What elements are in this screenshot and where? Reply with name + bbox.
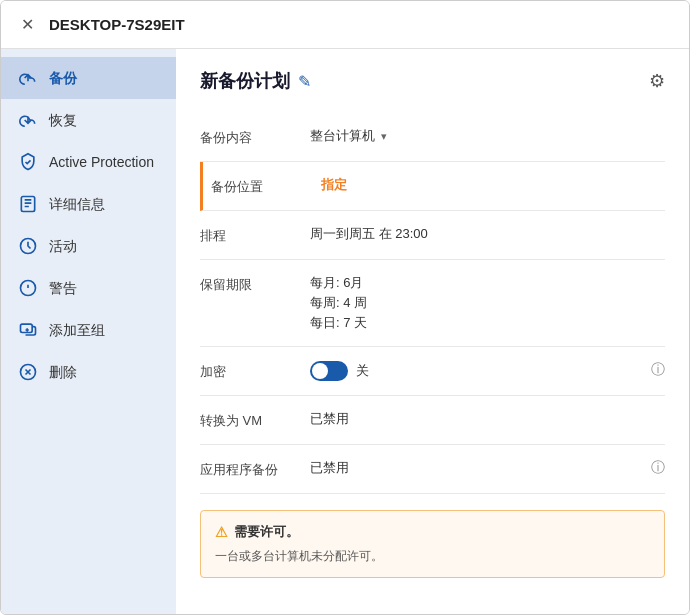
plan-title-group: 新备份计划 ✎: [200, 69, 311, 93]
sidebar-item-restore-label: 恢复: [49, 111, 77, 129]
sidebar-item-activity-label: 活动: [49, 237, 77, 255]
window-title: DESKTOP-7S29EIT: [49, 16, 185, 33]
sidebar-item-activity[interactable]: 活动: [1, 225, 176, 267]
main-layout: 备份 恢复 Active Protection: [1, 49, 689, 614]
sidebar-item-backup-label: 备份: [49, 69, 77, 87]
plan-title: 新备份计划: [200, 69, 290, 93]
app-backup-actions: ⓘ: [651, 459, 665, 477]
label-schedule: 排程: [200, 225, 310, 245]
row-app-backup: 应用程序备份 已禁用 ⓘ: [200, 445, 665, 494]
convert-vm-text: 已禁用: [310, 410, 349, 428]
activity-icon: [17, 235, 39, 257]
backup-location-text: 指定: [321, 176, 347, 194]
sidebar-item-add-to-group[interactable]: 添加至组: [1, 309, 176, 351]
restore-icon: [17, 109, 39, 131]
row-retention: 保留期限 每月: 6月 每周: 4 周 每日: 7 天: [200, 260, 665, 347]
label-backup-location: 备份位置: [211, 176, 321, 196]
value-convert-vm[interactable]: 已禁用: [310, 410, 665, 428]
delete-icon: [17, 361, 39, 383]
sidebar-item-details-label: 详细信息: [49, 195, 105, 213]
toggle-container: 关: [310, 361, 369, 381]
schedule-text: 周一到周五 在 23:00: [310, 225, 428, 243]
warning-icon: ⚠: [215, 524, 228, 540]
row-convert-vm: 转换为 VM 已禁用: [200, 396, 665, 445]
sidebar-item-restore[interactable]: 恢复: [1, 99, 176, 141]
sidebar-item-backup[interactable]: 备份: [1, 57, 176, 99]
info-icon-encryption[interactable]: ⓘ: [651, 361, 665, 379]
settings-icon[interactable]: ⚙: [649, 70, 665, 92]
retention-monthly: 每月: 6月: [310, 274, 367, 292]
close-button[interactable]: ✕: [17, 15, 37, 35]
retention-daily: 每日: 7 天: [310, 314, 367, 332]
shield-icon: [17, 151, 39, 173]
label-encryption: 加密: [200, 361, 310, 381]
sidebar-item-active-protection-label: Active Protection: [49, 153, 154, 171]
sidebar-item-delete-label: 删除: [49, 363, 77, 381]
label-retention: 保留期限: [200, 274, 310, 294]
chevron-down-icon: ▾: [381, 130, 387, 143]
warning-title-text: 需要许可。: [234, 523, 299, 541]
title-bar: ✕ DESKTOP-7S29EIT: [1, 1, 689, 49]
sidebar-item-alerts[interactable]: 警告: [1, 267, 176, 309]
row-encryption: 加密 关 ⓘ: [200, 347, 665, 396]
backup-icon: [17, 67, 39, 89]
retention-lines: 每月: 6月 每周: 4 周 每日: 7 天: [310, 274, 367, 332]
sidebar: 备份 恢复 Active Protection: [1, 49, 176, 614]
encryption-toggle[interactable]: [310, 361, 348, 381]
plan-header: 新备份计划 ✎ ⚙: [200, 69, 665, 93]
sidebar-item-details[interactable]: 详细信息: [1, 183, 176, 225]
row-backup-location: 备份位置 指定: [200, 162, 665, 211]
warning-box: ⚠ 需要许可。 一台或多台计算机未分配许可。: [200, 510, 665, 578]
backup-content-text: 整台计算机: [310, 127, 375, 145]
label-backup-content: 备份内容: [200, 127, 310, 147]
sidebar-item-alerts-label: 警告: [49, 279, 77, 297]
label-convert-vm: 转换为 VM: [200, 410, 310, 430]
row-schedule: 排程 周一到周五 在 23:00: [200, 211, 665, 260]
encryption-actions: ⓘ: [651, 361, 665, 379]
warning-text: 一台或多台计算机未分配许可。: [215, 547, 650, 565]
toggle-label: 关: [356, 362, 369, 380]
value-encryption: 关: [310, 361, 651, 381]
sidebar-item-delete[interactable]: 删除: [1, 351, 176, 393]
label-app-backup: 应用程序备份: [200, 459, 310, 479]
info-icon-app-backup[interactable]: ⓘ: [651, 459, 665, 477]
details-icon: [17, 193, 39, 215]
value-retention[interactable]: 每月: 6月 每周: 4 周 每日: 7 天: [310, 274, 665, 332]
warning-title: ⚠ 需要许可。: [215, 523, 650, 541]
content-area: 新备份计划 ✎ ⚙ 备份内容 整台计算机 ▾ 备份位置 指定 排程 周一到周五 …: [176, 49, 689, 614]
sidebar-item-add-to-group-label: 添加至组: [49, 321, 105, 339]
app-backup-text: 已禁用: [310, 459, 349, 477]
value-backup-content[interactable]: 整台计算机 ▾: [310, 127, 665, 145]
retention-weekly: 每周: 4 周: [310, 294, 367, 312]
alerts-icon: [17, 277, 39, 299]
value-backup-location[interactable]: 指定: [321, 176, 665, 194]
row-backup-content: 备份内容 整台计算机 ▾: [200, 113, 665, 162]
sidebar-item-active-protection[interactable]: Active Protection: [1, 141, 176, 183]
value-schedule[interactable]: 周一到周五 在 23:00: [310, 225, 665, 243]
value-app-backup[interactable]: 已禁用: [310, 459, 651, 477]
edit-icon[interactable]: ✎: [298, 72, 311, 91]
add-group-icon: [17, 319, 39, 341]
